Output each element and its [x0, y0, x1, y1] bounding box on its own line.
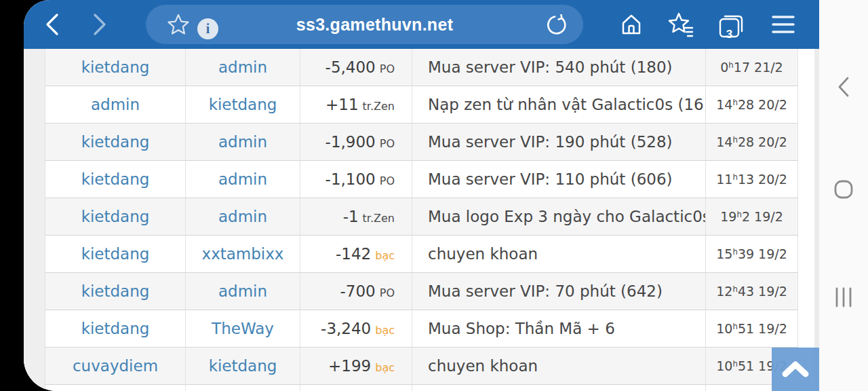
receiver-cell: admin — [186, 124, 300, 161]
receiver-cell: admin — [186, 273, 300, 310]
transactions-table-body: kietdangadmin-5,400POMua server VIP: 540… — [45, 49, 798, 391]
sender-cell: admin — [45, 86, 186, 124]
description-text: Mua logo Exp 3 ngày cho Galactic0s — [428, 208, 706, 225]
timestamp-text: 19h2 19/2 — [720, 209, 783, 224]
sender-link[interactable]: cuvaydiem — [73, 357, 158, 375]
tabs-button[interactable]: 3 — [717, 0, 747, 49]
description-text: Mua server VIP: 190 phút (528) — [428, 133, 673, 151]
table-row: kietdangadmin-1tr.ZenMua logo Exp 3 ngày… — [45, 198, 798, 236]
site-info-icon[interactable]: i — [197, 18, 218, 39]
receiver-cell: xxtambixx — [186, 236, 300, 273]
receiver-link[interactable]: xxtambixx — [202, 245, 284, 263]
receiver-cell: admin — [186, 49, 300, 86]
amount-cell: -1,900PO — [300, 124, 412, 161]
system-nav-bar — [819, 0, 868, 391]
table-row: cuvaydiemkietdang+199bạcchuyen khoan10h5… — [45, 348, 798, 385]
sender-link[interactable]: kietdang — [81, 58, 150, 76]
sender-cell: kietdang — [45, 161, 186, 198]
receiver-cell: admin — [186, 161, 300, 198]
browser-window: i ss3.gamethuvn.net — [24, 0, 819, 391]
back-button[interactable] — [39, 0, 66, 49]
sender-link[interactable]: kietdang — [81, 133, 150, 151]
description-text: chuyen khoan — [428, 245, 538, 263]
amount-value: -700 — [340, 282, 376, 300]
amount-value: -3,240 — [321, 320, 371, 337]
amount-unit: PO — [380, 174, 395, 187]
amount-cell: -700PO — [300, 273, 412, 310]
tab-count: 3 — [720, 28, 738, 41]
table-row: kietdangadmin-700POMua server VIP: 70 ph… — [45, 273, 798, 310]
chevron-right-icon — [92, 13, 107, 36]
timestamp-text: 0h17 21/2 — [720, 60, 783, 75]
receiver-link[interactable]: TheWay — [212, 320, 274, 337]
transactions-table: kietdangadmin-5,400POMua server VIP: 540… — [45, 49, 798, 391]
sender-link[interactable]: kietdang — [81, 170, 150, 188]
amount-cell: -5,400PO — [300, 49, 412, 86]
sender-link[interactable]: kietdang — [81, 245, 150, 263]
receiver-link[interactable]: admin — [218, 58, 267, 76]
system-back-button[interactable] — [819, 76, 868, 98]
table-row: kietdangadmin-5,400POMua server VIP: 540… — [45, 49, 798, 86]
amount-unit: PO — [380, 286, 395, 299]
receiver-cell: kietdang — [186, 385, 300, 391]
scrollbar-track[interactable] — [814, 49, 819, 391]
bookmarks-button[interactable] — [667, 0, 695, 49]
receiver-link[interactable]: admin — [218, 208, 267, 225]
amount-value: -1 — [343, 208, 359, 225]
timestamp-text: 14h28 20/2 — [716, 134, 787, 149]
timestamp-text: 10h51 19/2 — [716, 321, 787, 336]
timestamp-cell: 19h2 19/2 — [706, 198, 798, 236]
sender-cell: cuvaydiem — [45, 348, 186, 385]
scroll-to-top-button[interactable] — [772, 348, 819, 391]
amount-unit: bạc — [375, 361, 395, 374]
timestamp-text: 14h28 20/2 — [716, 97, 787, 112]
home-icon — [619, 12, 644, 37]
description-cell: Nạp zen từ nhân vật Galactic0s (16) — [412, 86, 706, 124]
amount-unit: PO — [380, 62, 395, 75]
amount-cell: -142bạc — [300, 236, 412, 273]
receiver-link[interactable]: admin — [218, 282, 267, 300]
timestamp-text: 11h13 20/2 — [716, 172, 787, 187]
timestamp-cell: 15h39 19/2 — [706, 236, 798, 273]
system-home-button[interactable] — [819, 179, 868, 200]
table-row: GameOffkietdang+3,239bạcMua Shop: Thần M… — [45, 385, 798, 391]
amount-cell: +11tr.Zen — [300, 86, 412, 124]
description-text: Nạp zen từ nhân vật Galactic0s (16) — [428, 96, 706, 113]
sender-link[interactable]: kietdang — [81, 320, 150, 337]
bookmark-star-icon[interactable] — [166, 13, 191, 39]
timestamp-text: 12h43 19/2 — [716, 284, 787, 299]
refresh-button[interactable] — [547, 14, 568, 39]
sender-link[interactable]: kietdang — [81, 208, 150, 225]
forward-button[interactable] — [86, 0, 113, 49]
menu-button[interactable] — [768, 0, 798, 49]
description-cell: Mua server VIP: 110 phút (606) — [412, 161, 706, 198]
chevron-up-icon — [778, 359, 813, 379]
receiver-link[interactable]: admin — [218, 170, 267, 188]
amount-value: -1,900 — [326, 133, 376, 151]
sender-cell: kietdang — [45, 310, 186, 348]
home-button[interactable] — [618, 0, 645, 49]
timestamp-cell: 11h13 20/2 — [706, 161, 798, 198]
amount-unit: bạc — [375, 249, 395, 262]
timestamp-text: 15h39 19/2 — [716, 246, 787, 261]
timestamp-cell: 14h28 20/2 — [706, 124, 798, 161]
sender-link[interactable]: admin — [91, 96, 140, 113]
amount-unit: tr.Zen — [363, 212, 395, 225]
sender-cell: kietdang — [45, 273, 186, 310]
timestamp-cell: 0h17 21/2 — [706, 49, 798, 86]
sender-link[interactable]: kietdang — [81, 282, 150, 300]
receiver-link[interactable]: kietdang — [209, 357, 277, 375]
receiver-link[interactable]: kietdang — [209, 96, 277, 113]
tabs-icon: 3 — [718, 11, 745, 38]
system-recents-button[interactable] — [819, 286, 868, 308]
description-cell: Mua Shop: Thần Mã + 6 — [412, 310, 706, 348]
system-home-icon — [833, 179, 854, 200]
chevron-left-icon — [45, 13, 60, 36]
page-left-margin — [24, 49, 45, 391]
url-bar[interactable]: i ss3.gamethuvn.net — [146, 5, 583, 44]
description-cell: Mua server VIP: 190 phút (528) — [412, 124, 706, 161]
receiver-link[interactable]: admin — [218, 133, 267, 151]
description-cell: Mua logo Exp 3 ngày cho Galactic0s — [412, 198, 706, 236]
description-cell: Mua server VIP: 70 phút (642) — [412, 273, 706, 310]
timestamp-cell: 12h43 19/2 — [706, 273, 798, 310]
